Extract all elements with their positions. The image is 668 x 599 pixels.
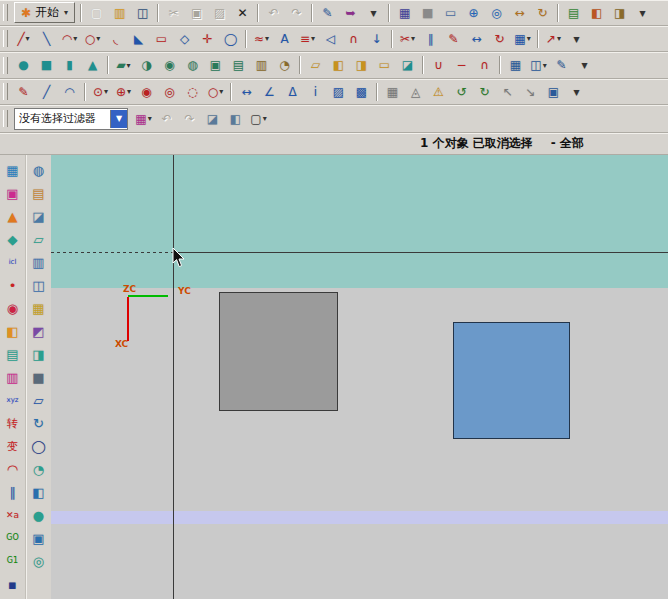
tools-icon[interactable]: ◨	[27, 343, 50, 365]
instance-pattern-icon[interactable]: ▦	[505, 55, 526, 76]
toolbar-grip[interactable]	[3, 83, 8, 100]
snap-settings-icon[interactable]: ◬	[405, 81, 426, 102]
catalog-icon[interactable]: ▥	[27, 251, 50, 273]
redo-icon[interactable]: ↷	[286, 2, 307, 23]
toolbar-grip[interactable]	[3, 57, 8, 74]
intersection-curve-icon[interactable]: ∩	[343, 28, 364, 49]
new-part-icon[interactable]: ▢	[86, 2, 107, 23]
rotate-small-icon[interactable]: ↻	[27, 412, 50, 434]
shaded-view-small-icon[interactable]: ◍	[27, 159, 50, 181]
icl-icon[interactable]: icl	[1, 251, 24, 273]
window-display-icon[interactable]: ▭	[440, 2, 461, 23]
blue-square-object[interactable]	[453, 322, 570, 439]
csys-xyz-icon[interactable]: xyz	[1, 389, 24, 411]
toolbar-grip[interactable]	[3, 4, 8, 21]
graphics-window[interactable]: ZC YC XC	[51, 155, 668, 599]
cylinder-icon[interactable]: ▮	[59, 55, 80, 76]
text-curve-icon[interactable]: A	[274, 28, 295, 49]
toolbar-grip[interactable]	[3, 110, 8, 127]
warning-icon[interactable]: ⚠	[428, 81, 449, 102]
cone-icon[interactable]: ▲	[82, 55, 103, 76]
annotation-icon[interactable]: ✕a	[1, 504, 24, 526]
selection-filter-combo[interactable]: 没有选择过滤器 ▼	[14, 108, 128, 130]
list-rows-icon[interactable]: ▤	[1, 343, 24, 365]
transform-icon[interactable]: 转	[1, 412, 24, 434]
bounded-plane-icon[interactable]: ▭	[374, 55, 395, 76]
constraints-icon[interactable]: ◩	[27, 320, 50, 342]
solid-cube-icon[interactable]: ◪	[27, 205, 50, 227]
measure-distance-icon[interactable]: ↔	[236, 81, 257, 102]
point-icon[interactable]: ✛	[197, 28, 218, 49]
edit-curve-parameters-icon[interactable]: ✎	[443, 28, 464, 49]
deviation-icon[interactable]: Δ	[282, 81, 303, 102]
measure-angle-icon[interactable]: ∠	[259, 81, 280, 102]
vertical-construction-line[interactable]	[173, 155, 174, 599]
circle-icon[interactable]: ○▾	[82, 28, 103, 49]
pattern-curve-icon[interactable]: ▦▾	[512, 28, 533, 49]
parallel-icon[interactable]: ∥	[1, 481, 24, 503]
edit-object-icon[interactable]: 变	[1, 435, 24, 457]
shaded-display-icon[interactable]: ■	[417, 2, 438, 23]
copy-icon[interactable]: ▣	[186, 2, 207, 23]
drafting-curve-icon[interactable]: ↗▾	[543, 28, 564, 49]
point-style-icon[interactable]: •	[1, 274, 24, 296]
circle-tool-icon[interactable]: ◯	[27, 435, 50, 457]
trim-curve-icon[interactable]: ✂▾	[397, 28, 418, 49]
extrude-icon[interactable]: ▰▾	[113, 55, 134, 76]
wcs-display-icon[interactable]: ◉	[1, 297, 24, 319]
swept-icon[interactable]: ◨	[351, 55, 372, 76]
mirror-feature-icon[interactable]: ◫▾	[528, 55, 549, 76]
block-icon[interactable]: ■	[36, 55, 57, 76]
start-menu-button[interactable]: ✱ 开始 ▾	[14, 2, 75, 23]
undo-icon[interactable]: ↶	[263, 2, 284, 23]
revolve-icon[interactable]: ◑	[136, 55, 157, 76]
offset-curve-icon[interactable]: ≡▾	[297, 28, 318, 49]
horizontal-line-dashed-segment[interactable]	[51, 252, 173, 253]
paste-icon[interactable]: ▨	[209, 2, 230, 23]
g1-icon[interactable]: G1	[1, 550, 24, 572]
display-checker-icon[interactable]: ▦	[394, 2, 415, 23]
refresh-icon[interactable]: ↺	[451, 81, 472, 102]
work-layer-icon[interactable]: ◨	[609, 2, 630, 23]
sheet-small-icon[interactable]: ▱	[27, 228, 50, 250]
snap-circle-icon[interactable]: ○▾	[205, 81, 226, 102]
mirror-curve-icon[interactable]: ◁	[320, 28, 341, 49]
go-icon[interactable]: GO	[1, 527, 24, 549]
move-curve-icon[interactable]: ↔	[466, 28, 487, 49]
fill-icon[interactable]: ▩	[351, 81, 372, 102]
rotate-view-icon[interactable]: ↻	[532, 2, 553, 23]
ellipse-point-icon[interactable]: ◌	[182, 81, 203, 102]
subtract-icon[interactable]: −	[451, 55, 472, 76]
horizontal-construction-line[interactable]	[173, 252, 668, 253]
pocket-icon[interactable]: ▣	[205, 55, 226, 76]
zoom-view-icon[interactable]: ⊕	[463, 2, 484, 23]
feature-more-icon[interactable]: ▾	[574, 55, 595, 76]
pan-view-icon[interactable]: ↔	[509, 2, 530, 23]
sphere-tool-icon[interactable]: ●	[27, 504, 50, 526]
book-icon[interactable]: ▤	[27, 182, 50, 204]
hatch-icon[interactable]: ▨	[328, 81, 349, 102]
visualization-more-icon[interactable]: ▾	[363, 2, 384, 23]
line-icon[interactable]: ╲	[36, 28, 57, 49]
block-tool-icon[interactable]: ▣	[27, 527, 50, 549]
pink-grid-icon[interactable]: ▥	[1, 366, 24, 388]
boss-icon[interactable]: ◍	[182, 55, 203, 76]
ruled-surface-icon[interactable]: ▱	[305, 55, 326, 76]
point-constructor-icon[interactable]: ⊕▾	[113, 81, 134, 102]
divide-curve-icon[interactable]: ∥	[420, 28, 441, 49]
previous-selection-icon[interactable]: ↶	[156, 108, 177, 129]
sketch-arc-icon[interactable]: ◠	[59, 81, 80, 102]
layer-category-icon[interactable]: ▣	[1, 182, 24, 204]
copy-display-icon[interactable]: ✎	[317, 2, 338, 23]
profile-icon[interactable]: ╱▾	[13, 28, 34, 49]
project-curve-icon[interactable]: ↓	[366, 28, 387, 49]
edit-more-icon[interactable]: ▾	[566, 81, 587, 102]
spline-icon[interactable]: ≈▾	[251, 28, 272, 49]
edit-feature-icon[interactable]: ✎	[551, 55, 572, 76]
view-layout-icon[interactable]: ▦	[1, 159, 24, 181]
cut-icon[interactable]: ✂	[163, 2, 184, 23]
edit-sketch-icon[interactable]: ✎	[13, 81, 34, 102]
pad-icon[interactable]: ▤	[228, 55, 249, 76]
material-icon[interactable]: ◆	[1, 228, 24, 250]
next-selection-icon[interactable]: ↷	[179, 108, 200, 129]
